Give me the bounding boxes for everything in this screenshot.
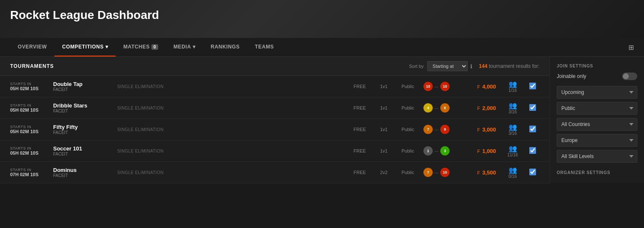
join-checkbox-area[interactable] [529,169,539,177]
prize: F 3,500 [462,169,496,176]
join-checkbox[interactable] [529,169,536,175]
nav-item-rankings[interactable]: Rankings [203,38,248,56]
table-row: STARTS IN 05H 02M 10S Fifty Fifty FACEIT… [0,119,550,140]
page-title: Rocket League Dashboard [10,8,634,22]
prize: F 2,000 [462,105,496,111]
join-checkbox[interactable] [529,126,536,132]
grid-view-icon[interactable]: ⊞ [628,43,634,51]
nav-item-competitions[interactable]: Competitions ▾ [54,38,116,56]
prize-currency: F [477,127,480,132]
tournament-list: STARTS IN 05H 02M 10S Double Tap FACEIT … [0,76,550,183]
nav-item-matches[interactable]: Matches 0 [116,38,166,56]
starts-label: STARTS IN [10,146,48,150]
prize-currency: F [477,149,480,154]
nav-item-teams[interactable]: Teams [247,38,281,56]
nav-item-overview[interactable]: Overview [10,38,54,56]
nav-item-media[interactable]: Media ▾ [166,38,203,56]
tournament-org: FACEIT [53,173,112,178]
rating-min: 4 [423,103,433,113]
prize-amount: 3,500 [482,169,496,176]
right-sidebar: JOIN SETTINGS Joinable only Upcoming Ong… [550,57,644,183]
table-row: STARTS IN 05H 02M 10S Dribble Stars FACE… [0,97,550,119]
joinable-only-label: Joinable only [557,73,586,79]
tournament-format: 1v1 [375,148,392,153]
participants: 👥 11/16 [501,145,524,157]
rating-max: 3 [440,146,450,156]
rating-min: 7 [423,168,433,177]
join-checkbox-area[interactable] [529,147,539,155]
tournament-name-block: Fifty Fifty FACEIT [53,124,112,135]
tournament-name: Dribble Stars [53,102,112,109]
tournaments-section: TOURNAMENTS Sort by Starting at Prize Pa… [0,57,550,183]
table-row: STARTS IN 05H 02M 10S Soccer 101 FACEIT … [0,140,550,162]
rating-max: 10 [440,168,450,177]
prize-amount: 2,000 [482,105,496,111]
tournament-name: Dominus [53,167,112,173]
rating-max: 6 [440,103,450,113]
tournament-type: SINGLE ELIMINATION [117,127,344,132]
participants-icon: 👥 [501,166,524,174]
participants-icon: 👥 [501,80,524,88]
joinable-toggle[interactable] [622,72,637,80]
tournament-cost: FREE [349,148,370,153]
rating-dash: — [434,127,439,132]
table-row: STARTS IN 05H 02M 10S Double Tap FACEIT … [0,76,550,97]
join-checkbox-area[interactable] [529,83,539,91]
participants-count: 0/16 [501,174,524,179]
join-checkbox-area[interactable] [529,126,539,134]
info-icon[interactable]: ℹ [470,63,472,70]
tournament-format: 2v2 [375,170,392,175]
join-checkbox[interactable] [529,83,536,89]
country-select[interactable]: All Countries Europe North America Asia [557,118,637,131]
tournament-access: Public [397,148,418,153]
tournament-org: FACEIT [53,130,112,135]
join-checkbox[interactable] [529,104,536,111]
tournament-name-block: Soccer 101 FACEIT [53,145,112,156]
access-select[interactable]: Public Private All [557,102,637,115]
matches-badge: 0 [151,44,158,50]
region-select[interactable]: Europe North America Asia All Regions [557,134,637,147]
participants: 👥 3/16 [501,123,524,136]
tournament-type: SINGLE ELIMINATION [117,170,344,175]
join-checkbox[interactable] [529,147,536,154]
starts-label: STARTS IN [10,168,48,172]
join-checkbox-area[interactable] [529,104,539,112]
tournaments-title: TOURNAMENTS [10,63,409,69]
participants: 👥 3/16 [501,102,524,114]
prize-amount: 3,000 [482,126,496,133]
rating-range: 10 — 10 [423,82,457,91]
participants-count: 3/16 [501,110,524,114]
prize: F 1,000 [462,148,496,154]
tournament-cost: FREE [349,170,370,175]
tournament-type: SINGLE ELIMINATION [117,106,344,110]
starts-info: STARTS IN 07H 02M 10S [10,168,48,177]
chevron-down-icon: ▾ [193,44,196,50]
participants-icon: 👥 [501,102,524,110]
tournament-org: FACEIT [53,152,112,156]
participants-count: 1/16 [501,88,524,93]
prize-currency: F [477,84,480,89]
tournament-name-block: Dominus FACEIT [53,167,112,178]
skill-select[interactable]: All Skill Levels Beginner Intermediate A… [557,150,637,163]
rating-min: 7 [423,125,433,134]
prize: F 4,000 [462,83,496,90]
starts-label: STARTS IN [10,125,48,129]
starts-time: 07H 02M 10S [10,172,48,177]
tournament-name: Fifty Fifty [53,124,112,130]
starts-info: STARTS IN 05H 02M 10S [10,125,48,134]
tournament-cost: FREE [349,127,370,132]
tournament-type: SINGLE ELIMINATION [117,84,344,89]
timing-select[interactable]: Upcoming Ongoing Completed [557,86,637,99]
starts-time: 05H 02M 10S [10,107,48,113]
tournaments-header: TOURNAMENTS Sort by Starting at Prize Pa… [0,57,550,76]
tournament-format: 1v1 [375,105,392,110]
tournament-org: FACEIT [53,109,112,113]
participants-icon: 👥 [501,123,524,131]
rating-range: 4 — 6 [423,103,457,113]
prize: F 3,000 [462,126,496,133]
sort-select[interactable]: Starting at Prize Participants [427,61,468,71]
rating-min: 1 [423,146,433,156]
tournament-name-block: Dribble Stars FACEIT [53,102,112,113]
rating-dash: — [434,170,439,175]
results-count: 144 [479,63,488,69]
